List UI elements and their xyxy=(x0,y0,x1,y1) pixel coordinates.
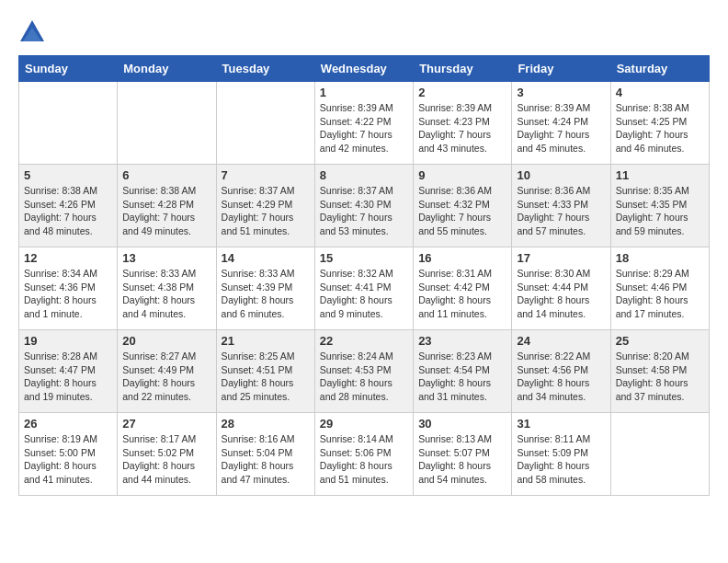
calendar-cell: 21Sunrise: 8:25 AMSunset: 4:51 PMDayligh… xyxy=(216,330,314,413)
day-number: 10 xyxy=(517,168,605,182)
weekday-header: Saturday xyxy=(610,56,709,82)
calendar-cell: 6Sunrise: 8:38 AMSunset: 4:28 PMDaylight… xyxy=(118,165,216,247)
day-info: Sunrise: 8:19 AMSunset: 5:00 PMDaylight:… xyxy=(24,432,112,487)
day-number: 13 xyxy=(122,251,210,265)
day-number: 26 xyxy=(24,417,112,431)
calendar-cell xyxy=(118,82,216,165)
weekday-header: Thursday xyxy=(414,56,512,82)
calendar-cell: 22Sunrise: 8:24 AMSunset: 4:53 PMDayligh… xyxy=(314,330,413,413)
calendar-cell: 17Sunrise: 8:30 AMSunset: 4:44 PMDayligh… xyxy=(512,247,610,330)
calendar-row: 1Sunrise: 8:39 AMSunset: 4:22 PMDaylight… xyxy=(19,82,710,165)
day-info: Sunrise: 8:34 AMSunset: 4:36 PMDaylight:… xyxy=(24,267,112,321)
logo xyxy=(18,18,50,46)
calendar-row: 26Sunrise: 8:19 AMSunset: 5:00 PMDayligh… xyxy=(19,413,710,496)
day-number: 22 xyxy=(320,334,408,348)
day-info: Sunrise: 8:14 AMSunset: 5:06 PMDaylight:… xyxy=(320,432,408,487)
calendar-body: 1Sunrise: 8:39 AMSunset: 4:22 PMDaylight… xyxy=(19,82,710,496)
day-number: 14 xyxy=(222,251,310,265)
calendar-cell xyxy=(610,413,709,496)
day-info: Sunrise: 8:32 AMSunset: 4:41 PMDaylight:… xyxy=(320,267,408,321)
day-number: 31 xyxy=(517,417,605,431)
day-info: Sunrise: 8:31 AMSunset: 4:42 PMDaylight:… xyxy=(418,267,506,321)
day-info: Sunrise: 8:37 AMSunset: 4:29 PMDaylight:… xyxy=(222,184,310,238)
calendar-cell: 8Sunrise: 8:37 AMSunset: 4:30 PMDaylight… xyxy=(314,165,413,247)
day-info: Sunrise: 8:13 AMSunset: 5:07 PMDaylight:… xyxy=(418,432,506,487)
day-number: 5 xyxy=(24,168,112,182)
day-info: Sunrise: 8:16 AMSunset: 5:04 PMDaylight:… xyxy=(222,432,310,487)
calendar-cell: 20Sunrise: 8:27 AMSunset: 4:49 PMDayligh… xyxy=(118,330,216,413)
calendar-cell: 29Sunrise: 8:14 AMSunset: 5:06 PMDayligh… xyxy=(314,413,413,496)
calendar-cell: 28Sunrise: 8:16 AMSunset: 5:04 PMDayligh… xyxy=(216,413,314,496)
day-number: 20 xyxy=(122,334,210,348)
day-number: 17 xyxy=(517,251,605,265)
day-number: 16 xyxy=(418,251,506,265)
day-info: Sunrise: 8:24 AMSunset: 4:53 PMDaylight:… xyxy=(320,350,408,404)
page-header xyxy=(18,18,710,46)
day-info: Sunrise: 8:39 AMSunset: 4:24 PMDaylight:… xyxy=(517,101,605,155)
day-number: 7 xyxy=(222,168,310,182)
day-info: Sunrise: 8:38 AMSunset: 4:26 PMDaylight:… xyxy=(24,184,112,238)
day-number: 23 xyxy=(418,334,506,348)
day-number: 29 xyxy=(320,417,408,431)
day-number: 15 xyxy=(320,251,408,265)
day-number: 9 xyxy=(418,168,506,182)
day-number: 6 xyxy=(122,168,210,182)
day-number: 4 xyxy=(616,86,704,99)
calendar-cell: 24Sunrise: 8:22 AMSunset: 4:56 PMDayligh… xyxy=(512,330,610,413)
calendar-cell: 7Sunrise: 8:37 AMSunset: 4:29 PMDaylight… xyxy=(216,165,314,247)
calendar-cell: 18Sunrise: 8:29 AMSunset: 4:46 PMDayligh… xyxy=(610,247,709,330)
day-info: Sunrise: 8:36 AMSunset: 4:33 PMDaylight:… xyxy=(517,184,605,238)
calendar-cell: 31Sunrise: 8:11 AMSunset: 5:09 PMDayligh… xyxy=(512,413,610,496)
day-info: Sunrise: 8:37 AMSunset: 4:30 PMDaylight:… xyxy=(320,184,408,238)
calendar-cell xyxy=(19,82,118,165)
day-number: 24 xyxy=(517,334,605,348)
day-info: Sunrise: 8:38 AMSunset: 4:25 PMDaylight:… xyxy=(616,101,704,155)
calendar-cell: 19Sunrise: 8:28 AMSunset: 4:47 PMDayligh… xyxy=(19,330,118,413)
day-info: Sunrise: 8:35 AMSunset: 4:35 PMDaylight:… xyxy=(616,184,704,238)
weekday-header: Tuesday xyxy=(216,56,314,82)
calendar-row: 19Sunrise: 8:28 AMSunset: 4:47 PMDayligh… xyxy=(19,330,710,413)
calendar-cell xyxy=(216,82,314,165)
calendar-cell: 9Sunrise: 8:36 AMSunset: 4:32 PMDaylight… xyxy=(414,165,512,247)
calendar-cell: 23Sunrise: 8:23 AMSunset: 4:54 PMDayligh… xyxy=(414,330,512,413)
calendar-cell: 11Sunrise: 8:35 AMSunset: 4:35 PMDayligh… xyxy=(610,165,709,247)
weekday-header: Sunday xyxy=(19,56,118,82)
logo-icon xyxy=(18,18,46,46)
day-number: 27 xyxy=(122,417,210,431)
calendar-cell: 30Sunrise: 8:13 AMSunset: 5:07 PMDayligh… xyxy=(414,413,512,496)
day-info: Sunrise: 8:17 AMSunset: 5:02 PMDaylight:… xyxy=(122,432,210,487)
day-info: Sunrise: 8:29 AMSunset: 4:46 PMDaylight:… xyxy=(616,267,704,321)
calendar-cell: 3Sunrise: 8:39 AMSunset: 4:24 PMDaylight… xyxy=(512,82,610,165)
calendar-cell: 16Sunrise: 8:31 AMSunset: 4:42 PMDayligh… xyxy=(414,247,512,330)
day-info: Sunrise: 8:36 AMSunset: 4:32 PMDaylight:… xyxy=(418,184,506,238)
weekday-header: Wednesday xyxy=(314,56,413,82)
day-info: Sunrise: 8:39 AMSunset: 4:22 PMDaylight:… xyxy=(320,101,408,155)
calendar-cell: 5Sunrise: 8:38 AMSunset: 4:26 PMDaylight… xyxy=(19,165,118,247)
day-info: Sunrise: 8:27 AMSunset: 4:49 PMDaylight:… xyxy=(122,350,210,404)
day-number: 1 xyxy=(320,86,408,99)
calendar-row: 12Sunrise: 8:34 AMSunset: 4:36 PMDayligh… xyxy=(19,247,710,330)
weekday-header: Monday xyxy=(118,56,216,82)
day-info: Sunrise: 8:33 AMSunset: 4:39 PMDaylight:… xyxy=(222,267,310,321)
day-info: Sunrise: 8:23 AMSunset: 4:54 PMDaylight:… xyxy=(418,350,506,404)
calendar-cell: 12Sunrise: 8:34 AMSunset: 4:36 PMDayligh… xyxy=(19,247,118,330)
day-info: Sunrise: 8:30 AMSunset: 4:44 PMDaylight:… xyxy=(517,267,605,321)
day-number: 19 xyxy=(24,334,112,348)
calendar-cell: 1Sunrise: 8:39 AMSunset: 4:22 PMDaylight… xyxy=(314,82,413,165)
calendar-cell: 15Sunrise: 8:32 AMSunset: 4:41 PMDayligh… xyxy=(314,247,413,330)
calendar-cell: 13Sunrise: 8:33 AMSunset: 4:38 PMDayligh… xyxy=(118,247,216,330)
day-info: Sunrise: 8:11 AMSunset: 5:09 PMDaylight:… xyxy=(517,432,605,487)
weekday-header: Friday xyxy=(512,56,610,82)
day-info: Sunrise: 8:38 AMSunset: 4:28 PMDaylight:… xyxy=(122,184,210,238)
day-info: Sunrise: 8:22 AMSunset: 4:56 PMDaylight:… xyxy=(517,350,605,404)
day-number: 3 xyxy=(517,86,605,99)
calendar-row: 5Sunrise: 8:38 AMSunset: 4:26 PMDaylight… xyxy=(19,165,710,247)
calendar-cell: 27Sunrise: 8:17 AMSunset: 5:02 PMDayligh… xyxy=(118,413,216,496)
day-number: 30 xyxy=(418,417,506,431)
day-info: Sunrise: 8:39 AMSunset: 4:23 PMDaylight:… xyxy=(418,101,506,155)
day-number: 2 xyxy=(418,86,506,99)
day-number: 25 xyxy=(616,334,704,348)
day-info: Sunrise: 8:25 AMSunset: 4:51 PMDaylight:… xyxy=(222,350,310,404)
day-number: 8 xyxy=(320,168,408,182)
day-number: 28 xyxy=(222,417,310,431)
